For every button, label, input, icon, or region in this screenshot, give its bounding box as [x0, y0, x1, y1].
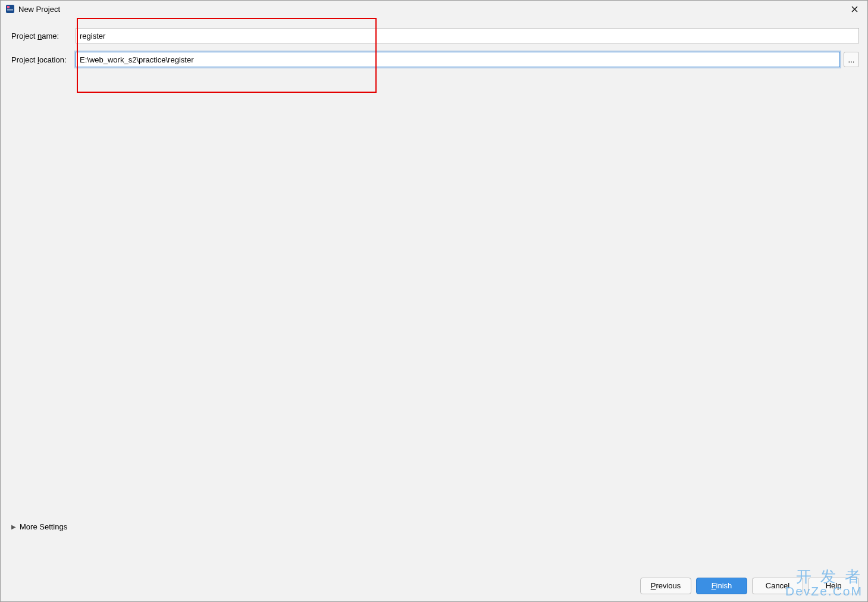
window-title: New Project: [18, 5, 846, 14]
titlebar: New Project: [1, 1, 867, 17]
close-icon: [851, 6, 858, 12]
project-name-label: Project name:: [11, 32, 76, 40]
project-name-input[interactable]: [76, 28, 859, 43]
project-location-input[interactable]: [76, 52, 840, 67]
close-button[interactable]: [846, 2, 863, 15]
cancel-button[interactable]: Cancel: [752, 578, 803, 594]
project-location-row: Project location: ...: [11, 52, 859, 67]
app-icon: [5, 4, 15, 14]
more-settings-label: More Settings: [20, 522, 67, 531]
new-project-dialog: New Project Project name: Project locati…: [0, 0, 868, 602]
project-name-row: Project name:: [11, 28, 859, 43]
help-button[interactable]: Help: [808, 578, 859, 594]
svg-rect-2: [7, 10, 13, 10]
chevron-right-icon: ▶: [11, 523, 16, 530]
dialog-footer: Previous Finish Cancel Help: [1, 569, 867, 601]
svg-rect-1: [7, 6, 10, 8]
browse-button[interactable]: ...: [844, 52, 859, 67]
finish-button[interactable]: Finish: [696, 578, 747, 594]
project-location-label: Project location:: [11, 55, 76, 64]
dialog-content: Project name: Project location: ... ▶ Mo…: [1, 17, 867, 569]
more-settings-toggle[interactable]: ▶ More Settings: [11, 522, 67, 531]
previous-button[interactable]: Previous: [640, 578, 691, 594]
